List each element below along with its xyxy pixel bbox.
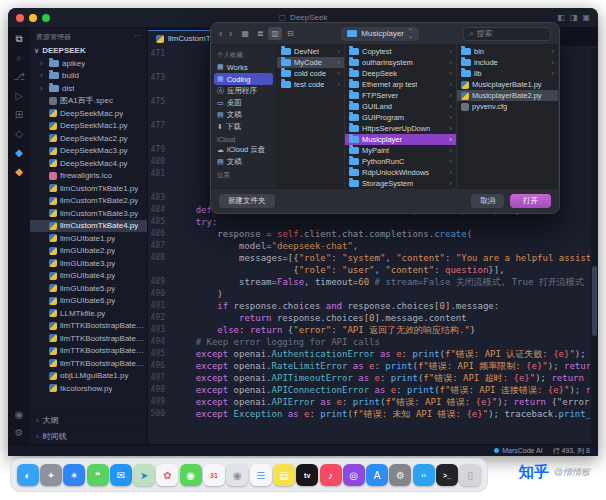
- music-icon[interactable]: ♪: [320, 464, 342, 486]
- tree-file[interactable]: LLMTkfile.py: [30, 307, 147, 320]
- sidebar-item-桌面[interactable]: ▭桌面: [214, 97, 273, 109]
- ai-assistant-icon[interactable]: ◆: [15, 148, 23, 158]
- tree-file[interactable]: llmCustomTkBate4.py: [30, 220, 147, 233]
- safari-icon[interactable]: ✴: [63, 464, 85, 486]
- code-line[interactable]: 500 except Exception as e: print(f"错误: 未…: [148, 408, 590, 420]
- zoom-window-button[interactable]: [42, 14, 50, 22]
- facetime-icon[interactable]: ◉: [180, 464, 202, 486]
- tree-file[interactable]: 图A1百手.spec: [30, 95, 147, 108]
- photos-icon[interactable]: ✿: [156, 464, 178, 486]
- tree-file[interactable]: llmTTKBootstrapBate2.py: [30, 332, 147, 345]
- column-item[interactable]: PythonRunC›: [345, 156, 456, 167]
- column-item[interactable]: bin›: [457, 46, 558, 57]
- project-root[interactable]: ∨ DEEPSEEK: [30, 44, 147, 57]
- open-button[interactable]: 打开: [510, 194, 551, 208]
- tree-file[interactable]: firewallgirls.ico: [30, 170, 147, 183]
- path-dropdown[interactable]: Musicplayer ⌃⌄: [341, 27, 419, 41]
- column-item[interactable]: cold code›: [277, 68, 344, 79]
- code-line[interactable]: 487 model="deepseek-chat",: [148, 240, 590, 252]
- tree-file[interactable]: llmTTKBootstrapBate4.py: [30, 357, 147, 370]
- sidebar-item-文稿[interactable]: ▤文稿: [214, 109, 273, 121]
- new-folder-button[interactable]: 新建文件夹: [219, 194, 275, 208]
- view-mode-icon-0[interactable]: ▦: [238, 27, 252, 40]
- trash-icon[interactable]: ▯: [459, 464, 481, 486]
- run-debug-icon[interactable]: ▷: [15, 91, 23, 101]
- tv-icon[interactable]: tv: [296, 464, 318, 486]
- sidebar-item-Works[interactable]: ▦Works: [214, 61, 273, 73]
- code-line[interactable]: 488 messages=[{"role": "system", "conten…: [148, 252, 590, 264]
- source-control-icon[interactable]: ⎇: [13, 72, 25, 82]
- column-item[interactable]: DevNet›: [277, 46, 344, 57]
- minimize-window-button[interactable]: [29, 14, 37, 22]
- tree-file[interactable]: tkcolorshow.py: [30, 382, 147, 395]
- tree-file[interactable]: llmCustomTkBate1.py: [30, 182, 147, 195]
- tree-file[interactable]: llmGUIbate6.py: [30, 295, 147, 308]
- explorer-more-icon[interactable]: ⋯: [134, 32, 141, 42]
- tree-file[interactable]: llmGUIbate3.py: [30, 257, 147, 270]
- code-line[interactable]: 494 # Keep error logging for API calls: [148, 336, 590, 348]
- column-item[interactable]: MusicplayerBate1.py: [457, 79, 558, 90]
- column-item[interactable]: outharinsystem›: [345, 57, 456, 68]
- cursor-position-status[interactable]: 行 493, 列 8: [553, 446, 590, 456]
- code-line[interactable]: 495 except openai.AuthenticationError as…: [148, 348, 590, 360]
- column-item[interactable]: MusicplayerBate2.py: [457, 90, 558, 101]
- system-settings-icon[interactable]: ⚙: [389, 464, 411, 486]
- messages-icon[interactable]: ❝: [87, 464, 109, 486]
- python-env-icon[interactable]: ◆: [15, 167, 23, 177]
- code-line[interactable]: 496 except openai.RateLimitError as e: p…: [148, 360, 590, 372]
- code-line[interactable]: 485 try:: [148, 216, 590, 228]
- vscode-icon[interactable]: ‹›: [413, 464, 435, 486]
- sidebar-item-下载[interactable]: ⬇下载: [214, 121, 273, 133]
- column-item[interactable]: FTPServer›: [345, 90, 456, 101]
- column-item[interactable]: StorageSystem›: [345, 178, 456, 188]
- column-item[interactable]: HttpsServerUpDown›: [345, 123, 456, 134]
- sidebar-item-Coding[interactable]: ▦Coding: [214, 73, 273, 85]
- settings-gear-icon[interactable]: ⚙: [15, 428, 24, 438]
- contacts-icon[interactable]: ◉: [226, 464, 248, 486]
- explorer-icon[interactable]: ⧉: [15, 34, 22, 44]
- code-line[interactable]: 492 return response.choices[0].message.c…: [148, 312, 590, 324]
- tree-file[interactable]: ›dist: [30, 82, 147, 95]
- timeline-section[interactable]: › 时间线: [30, 428, 147, 444]
- code-line[interactable]: 489 stream=False, timeout=60 # stream=Fa…: [148, 276, 590, 288]
- code-line[interactable]: 499 except openai.APIError as e: print(f…: [148, 396, 590, 408]
- tree-file[interactable]: ›apikey: [30, 57, 147, 70]
- tree-file[interactable]: DeepSeekMac2.py: [30, 132, 147, 145]
- tree-file[interactable]: ›build: [30, 70, 147, 83]
- code-line[interactable]: {"role": "user", "content": question}],: [148, 264, 590, 276]
- forward-icon[interactable]: ›: [229, 28, 233, 39]
- search-icon[interactable]: ⌕: [16, 53, 22, 63]
- column-item[interactable]: RdpUnlockWindows›: [345, 167, 456, 178]
- mail-icon[interactable]: ✉: [110, 464, 132, 486]
- back-icon[interactable]: ‹: [219, 28, 223, 39]
- tree-file[interactable]: llmCustomTkBate3.py: [30, 207, 147, 220]
- calendar-icon[interactable]: 31: [203, 464, 225, 486]
- sidebar-item-文稿[interactable]: ▤文稿: [214, 156, 273, 168]
- tree-file[interactable]: DeepSeekMac.py: [30, 107, 147, 120]
- column-item[interactable]: test code›: [277, 79, 344, 90]
- code-line[interactable]: 486 response = self.client.chat.completi…: [148, 228, 590, 240]
- sidebar-item-应用程序[interactable]: Ⓐ应用程序: [214, 85, 273, 97]
- code-line[interactable]: 498 except openai.APIConnectionError as …: [148, 384, 590, 396]
- column-item[interactable]: Copytest›: [345, 46, 456, 57]
- column-item[interactable]: include›: [457, 57, 558, 68]
- column-item[interactable]: Musicplayer›: [345, 134, 456, 145]
- code-line[interactable]: 493 else: return {"error": "API 返回了无效的响应…: [148, 324, 590, 336]
- tree-file[interactable]: llmTTKBootstrapBate3.py: [30, 345, 147, 358]
- column-item[interactable]: Ethernet arp test›: [345, 79, 456, 90]
- scrollbar-thumb[interactable]: [592, 266, 597, 336]
- view-mode-icon-3[interactable]: ⊟: [283, 27, 297, 40]
- sidebar-item-iCloud 云盘[interactable]: ☁iCloud 云盘: [214, 144, 273, 156]
- terminal-icon[interactable]: >_: [436, 464, 458, 486]
- tree-file[interactable]: llmGUIbate5.py: [30, 282, 147, 295]
- cancel-button[interactable]: 取消: [471, 194, 504, 208]
- podcasts-icon[interactable]: ◎: [343, 464, 365, 486]
- code-line[interactable]: 497 except openai.APITimeoutError as e: …: [148, 372, 590, 384]
- extensions-icon[interactable]: ⊞: [15, 110, 23, 120]
- view-mode-icon-2[interactable]: ▥: [268, 27, 282, 40]
- tree-file[interactable]: objLLMguiBate1.py: [30, 370, 147, 383]
- tree-file[interactable]: llmGUIbate4.py: [30, 270, 147, 283]
- marscode-ai-status[interactable]: MarsCode AI: [494, 447, 542, 454]
- column-item[interactable]: MyPaint›: [345, 145, 456, 156]
- column-item[interactable]: GUIProgram›: [345, 112, 456, 123]
